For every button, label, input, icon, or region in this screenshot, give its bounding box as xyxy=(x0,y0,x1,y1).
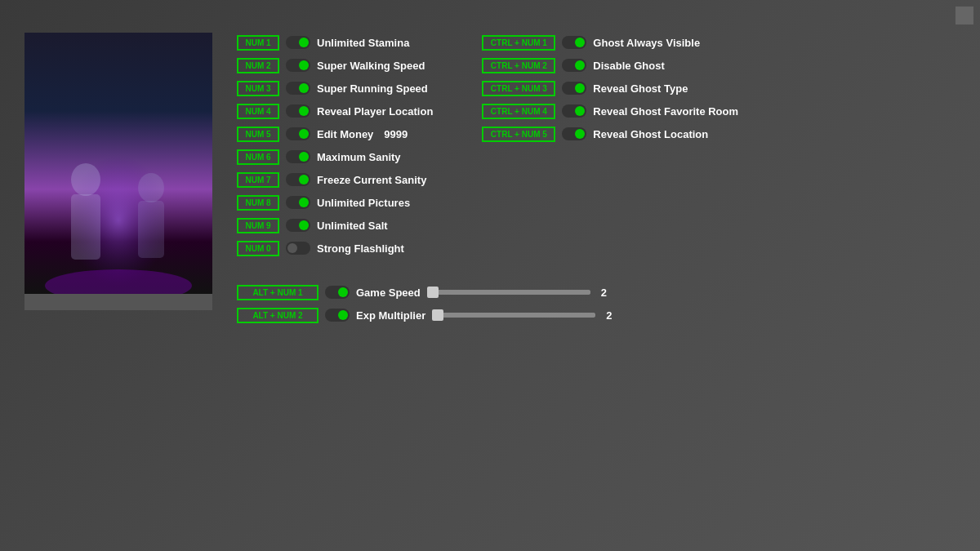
cheat-label: Reveal Ghost Favorite Room xyxy=(593,105,738,118)
cheat-label: Disable Ghost xyxy=(593,60,664,72)
slider-label: Game Speed xyxy=(356,287,421,299)
left-column: NUM 1Unlimited StaminaNUM 2Super Walking… xyxy=(237,33,433,258)
close-button[interactable] xyxy=(956,7,973,24)
cheat-row: CTRL + NUM 2Disable Ghost xyxy=(482,56,738,75)
key-badge-alt---num-2[interactable]: ALT + NUM 2 xyxy=(237,308,318,323)
key-badge-ctrl---num-2[interactable]: CTRL + NUM 2 xyxy=(482,58,555,73)
key-badge-ctrl---num-5[interactable]: CTRL + NUM 5 xyxy=(482,127,555,142)
slider-track[interactable] xyxy=(427,290,590,295)
toggle-switch[interactable] xyxy=(286,59,310,72)
right-column: CTRL + NUM 1Ghost Always VisibleCTRL + N… xyxy=(482,33,738,258)
key-badge-ctrl---num-1[interactable]: CTRL + NUM 1 xyxy=(482,35,555,51)
key-badge-num-3[interactable]: NUM 3 xyxy=(237,81,279,96)
key-badge-num-2[interactable]: NUM 2 xyxy=(237,58,279,73)
cheat-row: CTRL + NUM 5Reveal Ghost Location xyxy=(482,124,738,144)
toggle-switch[interactable] xyxy=(286,150,310,163)
cheat-label: Unlimited Salt xyxy=(317,220,388,232)
cheat-row: NUM 0Strong Flashlight xyxy=(237,238,433,258)
key-badge-num-5[interactable]: NUM 5 xyxy=(237,127,279,142)
svg-point-5 xyxy=(45,269,192,294)
game-image xyxy=(24,33,212,294)
cheat-label: Strong Flashlight xyxy=(317,242,404,255)
cheat-row: NUM 2Super Walking Speed xyxy=(237,56,433,75)
toggle-switch[interactable] xyxy=(286,196,310,209)
svg-rect-2 xyxy=(71,194,100,260)
slider-row: ALT + NUM 1Game Speed2 xyxy=(237,282,956,302)
cheat-label: Super Running Speed xyxy=(317,82,428,95)
cheat-row: NUM 8Unlimited Pictures xyxy=(237,193,433,212)
slider-label: Exp Multiplier xyxy=(356,309,425,322)
key-badge-alt---num-1[interactable]: ALT + NUM 1 xyxy=(237,285,318,300)
svg-rect-4 xyxy=(138,201,164,258)
bottom-controls: ALT + NUM 1Game Speed2ALT + NUM 2Exp Mul… xyxy=(237,282,956,325)
cheat-row: NUM 5Edit Money9999 xyxy=(237,124,433,144)
cheat-row: NUM 6Maximum Sanity xyxy=(237,147,433,167)
toggle-switch[interactable] xyxy=(325,286,350,299)
cheat-label: Reveal Ghost Location xyxy=(593,128,708,140)
toggle-switch[interactable] xyxy=(562,59,586,72)
cheat-label: Edit Money xyxy=(317,128,373,140)
toggle-switch[interactable] xyxy=(562,127,586,140)
slider-value: 2 xyxy=(601,287,607,299)
game-image-panel xyxy=(24,33,212,325)
key-badge-num-6[interactable]: NUM 6 xyxy=(237,149,279,165)
key-badge-ctrl---num-4[interactable]: CTRL + NUM 4 xyxy=(482,104,555,119)
content-area: NUM 1Unlimited StaminaNUM 2Super Walking… xyxy=(0,0,980,341)
key-badge-num-1[interactable]: NUM 1 xyxy=(237,35,279,51)
cheat-row: NUM 4Reveal Player Location xyxy=(237,101,433,121)
top-controls: NUM 1Unlimited StaminaNUM 2Super Walking… xyxy=(237,33,956,258)
slider-track[interactable] xyxy=(432,313,595,318)
cheat-label: Freeze Current Sanity xyxy=(317,174,426,186)
cheat-row: CTRL + NUM 3Reveal Ghost Type xyxy=(482,78,738,98)
toggle-switch[interactable] xyxy=(286,173,310,186)
cheat-row: NUM 7Freeze Current Sanity xyxy=(237,170,433,189)
slider-value: 2 xyxy=(606,309,612,322)
cheat-row: NUM 1Unlimited Stamina xyxy=(237,33,433,52)
toggle-switch[interactable] xyxy=(562,82,586,95)
cheat-label: Unlimited Pictures xyxy=(317,197,410,209)
cheat-label: Ghost Always Visible xyxy=(593,37,700,49)
cheat-row: NUM 3Super Running Speed xyxy=(237,78,433,98)
key-badge-num-4[interactable]: NUM 4 xyxy=(237,104,279,119)
toggle-switch[interactable] xyxy=(286,127,310,140)
cheat-label: Reveal Ghost Type xyxy=(593,82,688,95)
key-badge-num-8[interactable]: NUM 8 xyxy=(237,195,279,211)
key-badge-num-7[interactable]: NUM 7 xyxy=(237,172,279,188)
toggle-switch[interactable] xyxy=(562,104,586,118)
cheat-label: Reveal Player Location xyxy=(317,105,433,118)
ghost-silhouette-icon xyxy=(24,114,212,294)
toggle-switch[interactable] xyxy=(286,242,310,255)
toggle-switch[interactable] xyxy=(286,36,310,49)
key-badge-ctrl---num-3[interactable]: CTRL + NUM 3 xyxy=(482,81,555,96)
toggle-switch[interactable] xyxy=(325,309,350,322)
toggle-switch[interactable] xyxy=(562,36,586,49)
cheat-label: Super Walking Speed xyxy=(317,60,425,72)
toggle-switch[interactable] xyxy=(286,104,310,118)
slider-row: ALT + NUM 2Exp Multiplier2 xyxy=(237,305,956,325)
money-value: 9999 xyxy=(384,128,408,140)
trainer-label xyxy=(24,294,212,310)
cheat-row: CTRL + NUM 1Ghost Always Visible xyxy=(482,33,738,52)
key-badge-num-9[interactable]: NUM 9 xyxy=(237,218,279,233)
svg-point-3 xyxy=(138,173,164,202)
cheat-row: CTRL + NUM 4Reveal Ghost Favorite Room xyxy=(482,101,738,121)
toggle-switch[interactable] xyxy=(286,219,310,232)
cheat-row: NUM 9Unlimited Salt xyxy=(237,216,433,235)
controls-area: NUM 1Unlimited StaminaNUM 2Super Walking… xyxy=(237,33,956,325)
toggle-switch[interactable] xyxy=(286,82,310,95)
cheat-label: Maximum Sanity xyxy=(317,151,401,163)
key-badge-num-0[interactable]: NUM 0 xyxy=(237,241,279,256)
main-window: NUM 1Unlimited StaminaNUM 2Super Walking… xyxy=(0,0,980,551)
cheat-label: Unlimited Stamina xyxy=(317,37,409,49)
svg-point-1 xyxy=(71,163,100,196)
